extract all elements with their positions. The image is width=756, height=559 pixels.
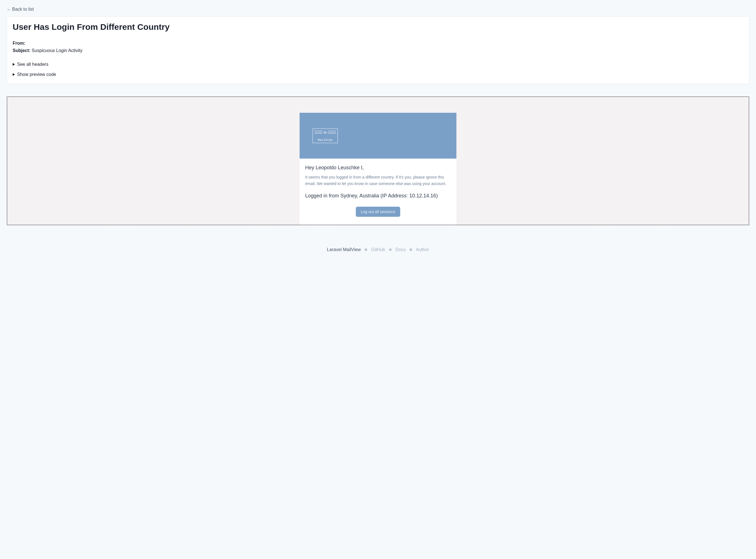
footer-separator-icon: ❋ — [364, 247, 368, 252]
footer-link-github[interactable]: GitHub — [371, 247, 385, 252]
back-to-list-link[interactable]: ← Back to list — [7, 7, 34, 12]
logo-top-row — [313, 130, 337, 134]
back-to-list-label: Back to list — [12, 7, 34, 12]
footer-link-docs[interactable]: Docs — [396, 247, 405, 252]
email-body: Hey Leopoldo Leuschke I, It seems that y… — [300, 159, 456, 225]
footer-brand: Laravel MailView — [327, 247, 361, 252]
bird-icon — [323, 130, 327, 134]
show-preview-code-label: Show preview code — [17, 72, 56, 77]
logout-all-sessions-button[interactable]: Log out all sessions — [356, 207, 400, 217]
arrow-left-icon: ← — [7, 7, 11, 12]
email-preview-frame: MailView Hey Leopoldo Leuschke I, It see… — [7, 96, 749, 225]
email-container: MailView Hey Leopoldo Leuschke I, It see… — [300, 113, 456, 225]
footer-link-author[interactable]: Author — [416, 247, 429, 252]
mailview-logo: MailView — [312, 129, 338, 143]
footer-separator-icon: ❋ — [409, 247, 412, 252]
logo-lines-right-icon — [328, 131, 336, 134]
footer-separator-icon: ❋ — [389, 247, 392, 252]
page-footer: Laravel MailView ❋ GitHub ❋ Docs ❋ Autho… — [7, 247, 749, 258]
email-greeting: Hey Leopoldo Leuschke I, — [305, 165, 451, 171]
subject-line: Subject: Suspicuous Login Activity — [13, 47, 743, 54]
email-login-detail: Logged in from Sydney, Australia (IP Add… — [305, 193, 451, 199]
logo-lines-left-icon — [314, 131, 322, 134]
mail-info-card: User Has Login From Different Country Fr… — [7, 16, 749, 84]
email-header: MailView — [300, 113, 456, 159]
logo-text: MailView — [318, 139, 332, 142]
see-all-headers-label: See all headers — [17, 62, 48, 67]
from-label: From: — [13, 41, 25, 46]
triangle-right-icon — [13, 73, 15, 76]
email-paragraph: It seems that you logged in from a diffe… — [305, 174, 451, 187]
see-all-headers-disclosure[interactable]: See all headers — [13, 62, 743, 67]
page-title: User Has Login From Different Country — [13, 22, 743, 32]
triangle-right-icon — [13, 63, 15, 66]
from-line: From: — [13, 40, 743, 47]
see-all-headers-summary[interactable]: See all headers — [13, 62, 743, 67]
subject-label: Subject: — [13, 48, 30, 53]
show-preview-code-disclosure[interactable]: Show preview code — [13, 72, 743, 77]
mail-meta: From: Subject: Suspicuous Login Activity — [13, 40, 743, 54]
subject-value: Suspicuous Login Activity — [32, 48, 82, 53]
show-preview-code-summary[interactable]: Show preview code — [13, 72, 743, 77]
